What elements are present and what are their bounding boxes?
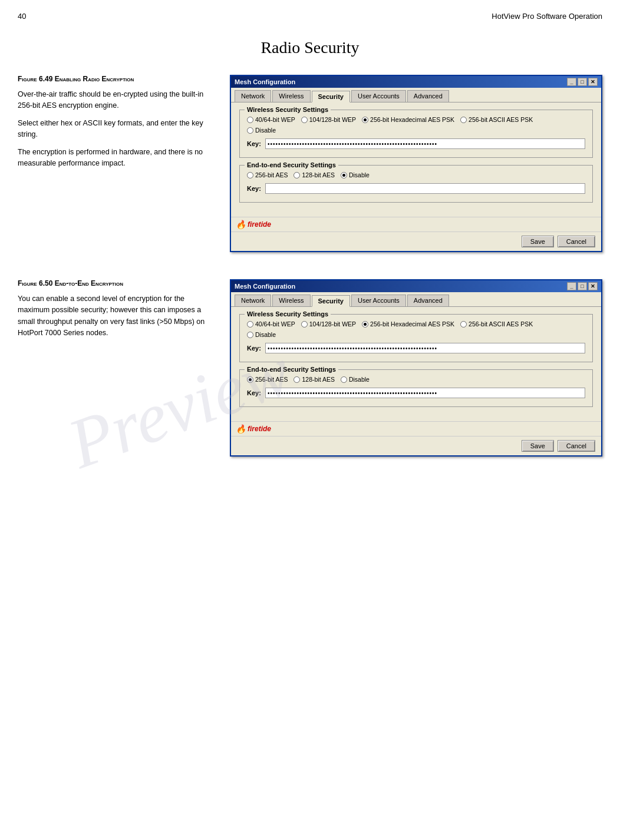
- dialog2-wireless-group-title: Wireless Security Settings: [245, 310, 331, 318]
- figure2-para1: You can enable a second level of encrypt…: [18, 293, 218, 339]
- dialog2-e2e-radio-256aes-circle[interactable]: [247, 376, 253, 383]
- dialog1-e2e-group-title: End-to-end Security Settings: [245, 161, 338, 168]
- dialog1-radio-104bit-circle[interactable]: [301, 117, 308, 123]
- dialog1-wireless-group-title: Wireless Security Settings: [245, 106, 331, 113]
- dialog1-wireless-radio-row1: 40/64-bit WEP 104/128-bit WEP 256-bit He…: [247, 116, 585, 123]
- dialog1-fire-icon: 🔥: [236, 220, 246, 229]
- dialog1-tabs: Network Wireless Security User Accounts …: [231, 88, 601, 102]
- dialog2-e2e-group: End-to-end Security Settings 256-bit AES…: [239, 369, 593, 407]
- dialog2-e2e-key-input[interactable]: [265, 388, 585, 398]
- dialog1-e2e-radio-128aes[interactable]: 128-bit AES: [293, 171, 334, 178]
- dialog1-radio-104bit-label: 104/128-bit WEP: [309, 116, 356, 123]
- dialog2-maximize-btn[interactable]: □: [578, 282, 587, 290]
- page-header-title: HotView Pro Software Operation: [41, 12, 602, 21]
- figure2-dialog-container: Mesh Configuration _ □ ✕ Network Wireles…: [230, 279, 602, 460]
- dialog2-e2e-radio-256aes[interactable]: 256-bit AES: [247, 376, 288, 383]
- dialog1-radio-104bit[interactable]: 104/128-bit WEP: [301, 116, 356, 123]
- figure2-caption: Figure 6.50 End-to-End Encryption: [18, 279, 218, 287]
- dialog2-firetide-bar: 🔥 firetide: [231, 421, 601, 436]
- dialog1-cancel-button[interactable]: Cancel: [558, 236, 595, 247]
- dialog2-cancel-button[interactable]: Cancel: [558, 440, 595, 452]
- dialog1-wireless-key-row: Key: •••••••••••••••••••••••••••••••••••…: [247, 138, 585, 149]
- dialog1-radio-256ascii-label: 256-bit ASCII AES PSK: [469, 116, 533, 123]
- dialog2-save-button[interactable]: Save: [522, 440, 554, 452]
- page-header: 40 HotView Pro Software Operation: [18, 12, 602, 21]
- dialog1-e2e-key-label: Key:: [247, 185, 262, 192]
- dialog2-radio-104bit[interactable]: 104/128-bit WEP: [301, 320, 356, 328]
- dialog1-close-btn[interactable]: ✕: [588, 78, 598, 86]
- dialog2-footer: Save Cancel: [231, 436, 601, 455]
- dialog2-radio-104bit-circle[interactable]: [301, 321, 308, 328]
- dialog1-tab-security[interactable]: Security: [312, 91, 350, 102]
- dialog2-e2e-radio-128aes-circle[interactable]: [293, 376, 300, 383]
- figure1-area: Figure 6.49 Enabling Radio Encryption Ov…: [18, 75, 602, 256]
- dialog1-radio-40bit-label: 40/64-bit WEP: [255, 116, 295, 123]
- dialog2-radio-104bit-label: 104/128-bit WEP: [309, 320, 356, 328]
- dialog2-e2e-radio-disable-circle[interactable]: [341, 376, 347, 383]
- dialog1-e2e-radio-256aes-circle[interactable]: [247, 172, 253, 178]
- dialog2-wireless-key-input[interactable]: [265, 343, 585, 353]
- dialog2-radio-40bit[interactable]: 40/64-bit WEP: [247, 320, 295, 328]
- dialog1-radio-disable-circle[interactable]: [247, 127, 253, 134]
- dialog1-e2e-radio-disable[interactable]: Disable: [341, 171, 370, 178]
- dialog1-tab-advanced[interactable]: Advanced: [407, 90, 449, 102]
- dialog2-radio-256ascii[interactable]: 256-bit ASCII AES PSK: [460, 320, 533, 328]
- dialog2-radio-disable[interactable]: Disable: [247, 331, 276, 338]
- dialog2-tab-useraccounts[interactable]: User Accounts: [351, 295, 406, 306]
- section-title: Radio Security: [18, 38, 602, 57]
- dialog1-radio-256hex[interactable]: 256-bit Hexadecimal AES PSK: [362, 116, 454, 123]
- dialog1-controls: _ □ ✕: [567, 78, 598, 86]
- dialog1-radio-256ascii[interactable]: 256-bit ASCII AES PSK: [460, 116, 533, 123]
- dialog1-e2e-radio-256aes[interactable]: 256-bit AES: [247, 171, 288, 178]
- dialog1-minimize-btn[interactable]: _: [567, 78, 576, 86]
- dialog2-e2e-radio-128aes-label: 128-bit AES: [302, 376, 334, 383]
- dialog1-body: Wireless Security Settings 40/64-bit WEP…: [231, 102, 601, 217]
- dialog2-tab-network[interactable]: Network: [235, 295, 271, 306]
- dialog2-e2e-radio-128aes[interactable]: 128-bit AES: [293, 376, 334, 383]
- dialog1-titlebar: Mesh Configuration _ □ ✕: [231, 76, 601, 88]
- figure1-para3: The encryption is performed in hardware,…: [18, 147, 218, 170]
- dialog1-wireless-key-input[interactable]: ••••••••••••••••••••••••••••••••••••••••…: [265, 138, 585, 149]
- dialog1-e2e-radio-disable-circle[interactable]: [341, 172, 347, 178]
- dialog1-tab-wireless[interactable]: Wireless: [272, 90, 310, 102]
- dialog2-wireless-key-row: Key:: [247, 343, 585, 353]
- dialog1-tab-network[interactable]: Network: [235, 90, 271, 102]
- dialog1-radio-256hex-circle[interactable]: [362, 117, 368, 123]
- dialog2-e2e-key-label: Key:: [247, 389, 262, 396]
- dialog2-radio-256hex[interactable]: 256-bit Hexadecimal AES PSK: [362, 320, 454, 328]
- dialog1-e2e-key-input[interactable]: [265, 183, 585, 194]
- dialog2-wireless-radio-row1: 40/64-bit WEP 104/128-bit WEP 256-bit He…: [247, 320, 585, 328]
- dialog2-close-btn[interactable]: ✕: [588, 282, 598, 290]
- dialog2-radio-256hex-circle[interactable]: [362, 321, 368, 328]
- dialog1-maximize-btn[interactable]: □: [578, 78, 587, 86]
- dialog2-radio-256ascii-circle[interactable]: [460, 321, 467, 328]
- dialog2-e2e-group-title: End-to-end Security Settings: [245, 366, 338, 373]
- dialog2-radio-disable-circle[interactable]: [247, 332, 253, 338]
- dialog2-title: Mesh Configuration: [235, 283, 295, 290]
- dialog2-wireless-group: Wireless Security Settings 40/64-bit WEP…: [239, 314, 593, 362]
- dialog2-e2e-radio-disable[interactable]: Disable: [341, 376, 370, 383]
- figure1-caption: Figure 6.49 Enabling Radio Encryption: [18, 75, 218, 83]
- dialog1-radio-40bit-circle[interactable]: [247, 117, 253, 123]
- dialog1-radio-256hex-label: 256-bit Hexadecimal AES PSK: [370, 116, 454, 123]
- figure2-area: Preview Figure 6.50 End-to-End Encryptio…: [18, 279, 602, 460]
- dialog1-radio-256ascii-circle[interactable]: [460, 117, 467, 123]
- dialog1-wireless-group: Wireless Security Settings 40/64-bit WEP…: [239, 110, 593, 158]
- dialog1-tab-useraccounts[interactable]: User Accounts: [351, 90, 406, 102]
- dialog2-body: Wireless Security Settings 40/64-bit WEP…: [231, 307, 601, 421]
- dialog1-window: Mesh Configuration _ □ ✕ Network Wireles…: [230, 75, 602, 252]
- dialog1-radio-disable[interactable]: Disable: [247, 127, 276, 134]
- dialog2-tab-wireless[interactable]: Wireless: [272, 295, 310, 306]
- dialog1-firetide-label: firetide: [248, 220, 271, 229]
- dialog2-controls: _ □ ✕: [567, 282, 598, 290]
- dialog1-radio-40bit[interactable]: 40/64-bit WEP: [247, 116, 295, 123]
- dialog2-tab-advanced[interactable]: Advanced: [407, 295, 449, 306]
- dialog2-e2e-radio-256aes-label: 256-bit AES: [255, 376, 288, 383]
- dialog2-minimize-btn[interactable]: _: [567, 282, 576, 290]
- dialog2-radio-40bit-circle[interactable]: [247, 321, 253, 328]
- dialog1-e2e-radio-128aes-circle[interactable]: [293, 172, 300, 178]
- dialog2-firetide-logo: 🔥 firetide: [236, 424, 271, 434]
- dialog1-save-button[interactable]: Save: [522, 236, 554, 247]
- dialog2-tab-security[interactable]: Security: [312, 295, 350, 307]
- dialog2-tabs: Network Wireless Security User Accounts …: [231, 292, 601, 307]
